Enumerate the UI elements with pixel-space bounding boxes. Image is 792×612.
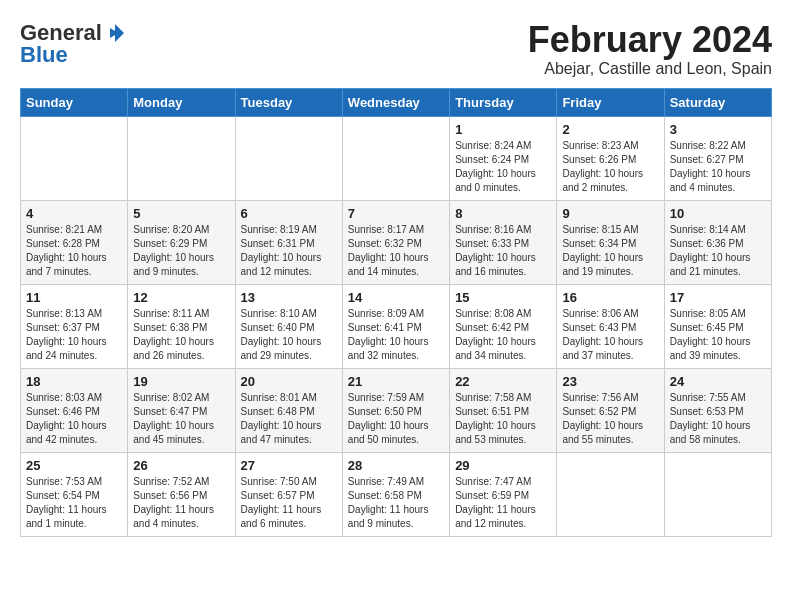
location-title: Abejar, Castille and Leon, Spain — [528, 60, 772, 78]
table-cell: 13Sunrise: 8:10 AM Sunset: 6:40 PM Dayli… — [235, 284, 342, 368]
calendar-week-1: 1Sunrise: 8:24 AM Sunset: 6:24 PM Daylig… — [21, 116, 772, 200]
logo: General Blue — [20, 20, 126, 68]
table-cell: 12Sunrise: 8:11 AM Sunset: 6:38 PM Dayli… — [128, 284, 235, 368]
day-number: 10 — [670, 206, 766, 221]
day-number: 19 — [133, 374, 229, 389]
day-info: Sunrise: 8:05 AM Sunset: 6:45 PM Dayligh… — [670, 307, 766, 363]
day-info: Sunrise: 8:19 AM Sunset: 6:31 PM Dayligh… — [241, 223, 337, 279]
day-info: Sunrise: 8:24 AM Sunset: 6:24 PM Dayligh… — [455, 139, 551, 195]
day-info: Sunrise: 8:23 AM Sunset: 6:26 PM Dayligh… — [562, 139, 658, 195]
table-cell: 16Sunrise: 8:06 AM Sunset: 6:43 PM Dayli… — [557, 284, 664, 368]
day-number: 15 — [455, 290, 551, 305]
day-info: Sunrise: 7:58 AM Sunset: 6:51 PM Dayligh… — [455, 391, 551, 447]
table-cell: 14Sunrise: 8:09 AM Sunset: 6:41 PM Dayli… — [342, 284, 449, 368]
day-number: 14 — [348, 290, 444, 305]
day-info: Sunrise: 7:53 AM Sunset: 6:54 PM Dayligh… — [26, 475, 122, 531]
table-cell: 15Sunrise: 8:08 AM Sunset: 6:42 PM Dayli… — [450, 284, 557, 368]
day-number: 21 — [348, 374, 444, 389]
table-cell: 6Sunrise: 8:19 AM Sunset: 6:31 PM Daylig… — [235, 200, 342, 284]
day-info: Sunrise: 8:08 AM Sunset: 6:42 PM Dayligh… — [455, 307, 551, 363]
table-cell: 25Sunrise: 7:53 AM Sunset: 6:54 PM Dayli… — [21, 452, 128, 536]
day-number: 12 — [133, 290, 229, 305]
header: General Blue February 2024 Abejar, Casti… — [20, 20, 772, 78]
day-number: 13 — [241, 290, 337, 305]
table-cell: 19Sunrise: 8:02 AM Sunset: 6:47 PM Dayli… — [128, 368, 235, 452]
day-number: 27 — [241, 458, 337, 473]
day-number: 24 — [670, 374, 766, 389]
day-info: Sunrise: 8:15 AM Sunset: 6:34 PM Dayligh… — [562, 223, 658, 279]
table-cell: 10Sunrise: 8:14 AM Sunset: 6:36 PM Dayli… — [664, 200, 771, 284]
day-info: Sunrise: 7:56 AM Sunset: 6:52 PM Dayligh… — [562, 391, 658, 447]
logo-icon — [104, 22, 126, 44]
col-tuesday: Tuesday — [235, 88, 342, 116]
calendar-header-row: Sunday Monday Tuesday Wednesday Thursday… — [21, 88, 772, 116]
day-info: Sunrise: 7:47 AM Sunset: 6:59 PM Dayligh… — [455, 475, 551, 531]
day-number: 3 — [670, 122, 766, 137]
table-cell — [235, 116, 342, 200]
calendar-week-3: 11Sunrise: 8:13 AM Sunset: 6:37 PM Dayli… — [21, 284, 772, 368]
day-number: 29 — [455, 458, 551, 473]
table-cell: 3Sunrise: 8:22 AM Sunset: 6:27 PM Daylig… — [664, 116, 771, 200]
day-number: 16 — [562, 290, 658, 305]
day-info: Sunrise: 7:50 AM Sunset: 6:57 PM Dayligh… — [241, 475, 337, 531]
day-info: Sunrise: 8:17 AM Sunset: 6:32 PM Dayligh… — [348, 223, 444, 279]
col-monday: Monday — [128, 88, 235, 116]
col-sunday: Sunday — [21, 88, 128, 116]
day-info: Sunrise: 8:11 AM Sunset: 6:38 PM Dayligh… — [133, 307, 229, 363]
day-info: Sunrise: 8:14 AM Sunset: 6:36 PM Dayligh… — [670, 223, 766, 279]
day-number: 2 — [562, 122, 658, 137]
table-cell: 8Sunrise: 8:16 AM Sunset: 6:33 PM Daylig… — [450, 200, 557, 284]
table-cell: 21Sunrise: 7:59 AM Sunset: 6:50 PM Dayli… — [342, 368, 449, 452]
table-cell: 11Sunrise: 8:13 AM Sunset: 6:37 PM Dayli… — [21, 284, 128, 368]
day-number: 22 — [455, 374, 551, 389]
day-number: 23 — [562, 374, 658, 389]
col-friday: Friday — [557, 88, 664, 116]
table-cell: 17Sunrise: 8:05 AM Sunset: 6:45 PM Dayli… — [664, 284, 771, 368]
table-cell: 4Sunrise: 8:21 AM Sunset: 6:28 PM Daylig… — [21, 200, 128, 284]
day-number: 26 — [133, 458, 229, 473]
col-wednesday: Wednesday — [342, 88, 449, 116]
table-cell: 28Sunrise: 7:49 AM Sunset: 6:58 PM Dayli… — [342, 452, 449, 536]
title-area: February 2024 Abejar, Castille and Leon,… — [528, 20, 772, 78]
day-info: Sunrise: 8:06 AM Sunset: 6:43 PM Dayligh… — [562, 307, 658, 363]
day-info: Sunrise: 8:10 AM Sunset: 6:40 PM Dayligh… — [241, 307, 337, 363]
day-info: Sunrise: 8:09 AM Sunset: 6:41 PM Dayligh… — [348, 307, 444, 363]
table-cell — [664, 452, 771, 536]
day-number: 20 — [241, 374, 337, 389]
day-info: Sunrise: 8:02 AM Sunset: 6:47 PM Dayligh… — [133, 391, 229, 447]
day-number: 28 — [348, 458, 444, 473]
day-info: Sunrise: 8:22 AM Sunset: 6:27 PM Dayligh… — [670, 139, 766, 195]
table-cell: 26Sunrise: 7:52 AM Sunset: 6:56 PM Dayli… — [128, 452, 235, 536]
day-info: Sunrise: 7:49 AM Sunset: 6:58 PM Dayligh… — [348, 475, 444, 531]
day-info: Sunrise: 8:16 AM Sunset: 6:33 PM Dayligh… — [455, 223, 551, 279]
calendar-week-2: 4Sunrise: 8:21 AM Sunset: 6:28 PM Daylig… — [21, 200, 772, 284]
day-number: 9 — [562, 206, 658, 221]
day-number: 5 — [133, 206, 229, 221]
day-info: Sunrise: 8:01 AM Sunset: 6:48 PM Dayligh… — [241, 391, 337, 447]
day-number: 17 — [670, 290, 766, 305]
logo-blue-text: Blue — [20, 42, 68, 68]
table-cell — [557, 452, 664, 536]
day-number: 1 — [455, 122, 551, 137]
table-cell: 22Sunrise: 7:58 AM Sunset: 6:51 PM Dayli… — [450, 368, 557, 452]
day-number: 6 — [241, 206, 337, 221]
calendar-week-4: 18Sunrise: 8:03 AM Sunset: 6:46 PM Dayli… — [21, 368, 772, 452]
table-cell — [21, 116, 128, 200]
table-cell: 27Sunrise: 7:50 AM Sunset: 6:57 PM Dayli… — [235, 452, 342, 536]
col-saturday: Saturday — [664, 88, 771, 116]
day-number: 25 — [26, 458, 122, 473]
table-cell: 23Sunrise: 7:56 AM Sunset: 6:52 PM Dayli… — [557, 368, 664, 452]
day-info: Sunrise: 7:59 AM Sunset: 6:50 PM Dayligh… — [348, 391, 444, 447]
day-number: 8 — [455, 206, 551, 221]
day-info: Sunrise: 7:52 AM Sunset: 6:56 PM Dayligh… — [133, 475, 229, 531]
calendar-week-5: 25Sunrise: 7:53 AM Sunset: 6:54 PM Dayli… — [21, 452, 772, 536]
table-cell: 20Sunrise: 8:01 AM Sunset: 6:48 PM Dayli… — [235, 368, 342, 452]
table-cell: 24Sunrise: 7:55 AM Sunset: 6:53 PM Dayli… — [664, 368, 771, 452]
table-cell — [128, 116, 235, 200]
table-cell: 7Sunrise: 8:17 AM Sunset: 6:32 PM Daylig… — [342, 200, 449, 284]
day-info: Sunrise: 8:21 AM Sunset: 6:28 PM Dayligh… — [26, 223, 122, 279]
table-cell — [342, 116, 449, 200]
table-cell: 29Sunrise: 7:47 AM Sunset: 6:59 PM Dayli… — [450, 452, 557, 536]
day-info: Sunrise: 8:20 AM Sunset: 6:29 PM Dayligh… — [133, 223, 229, 279]
day-info: Sunrise: 8:03 AM Sunset: 6:46 PM Dayligh… — [26, 391, 122, 447]
